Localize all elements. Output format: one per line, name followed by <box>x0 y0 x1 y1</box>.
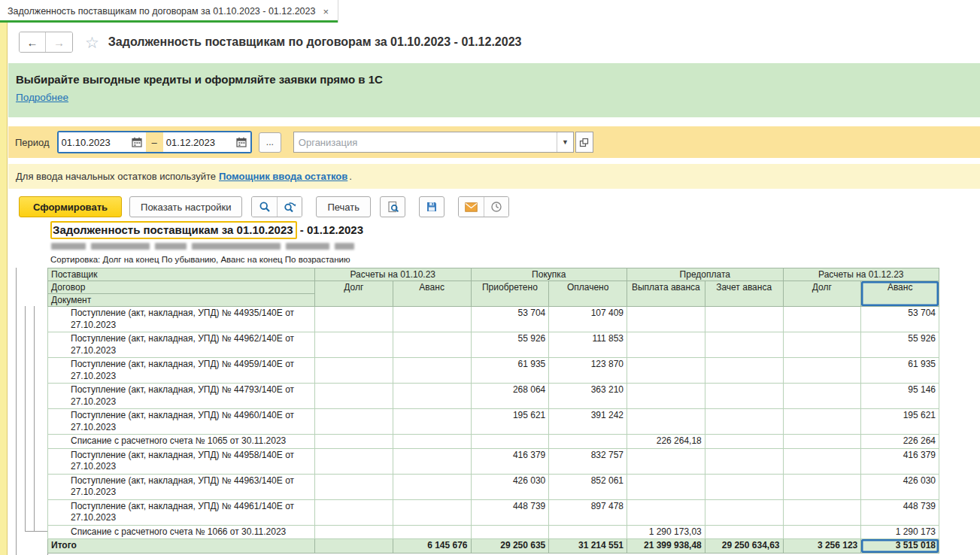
document-cell[interactable]: Поступление (акт, накладная, УПД) № 4496… <box>48 409 315 435</box>
value-cell[interactable] <box>705 358 783 384</box>
value-cell[interactable] <box>705 384 783 409</box>
value-cell[interactable]: 416 379 <box>471 448 549 474</box>
chevron-down-icon[interactable]: ▼ <box>557 132 573 152</box>
show-settings-button[interactable]: Показать настройки <box>129 196 242 217</box>
value-cell[interactable] <box>315 384 393 409</box>
value-cell[interactable] <box>627 358 705 384</box>
value-cell[interactable]: 195 621 <box>471 409 549 435</box>
promo-more-link[interactable]: Подробнее <box>16 92 68 103</box>
value-cell[interactable]: 448 739 <box>471 499 549 525</box>
header-advance-end-selected[interactable]: Аванс <box>861 281 939 307</box>
value-cell[interactable] <box>783 384 861 409</box>
value-cell[interactable] <box>315 358 393 384</box>
value-cell[interactable] <box>627 474 705 499</box>
document-cell[interactable]: Поступление (акт, накладная, УПД) № 4495… <box>48 358 315 384</box>
organization-input[interactable] <box>294 133 557 151</box>
search-icon[interactable] <box>252 197 277 217</box>
header-acquired[interactable]: Приобретено <box>471 281 549 307</box>
value-cell[interactable]: 391 242 <box>549 409 627 435</box>
value-cell[interactable] <box>705 332 783 358</box>
document-cell[interactable]: Поступление (акт, накладная, УПД) № 4495… <box>48 448 315 474</box>
value-cell[interactable] <box>783 332 861 358</box>
document-cell[interactable]: Списание с расчетного счета № 1066 от 30… <box>48 525 315 539</box>
search-continue-icon[interactable] <box>277 197 302 217</box>
generate-button[interactable]: Сформировать <box>19 196 122 217</box>
value-cell[interactable]: 53 704 <box>471 307 549 332</box>
total-value-cell[interactable] <box>315 539 393 553</box>
value-cell[interactable]: 123 870 <box>549 358 627 384</box>
header-supplier[interactable]: Поставщик <box>48 268 315 281</box>
tab-close-icon[interactable]: × <box>323 7 329 17</box>
value-cell[interactable] <box>783 409 861 435</box>
header-paid[interactable]: Оплачено <box>549 281 627 307</box>
value-cell[interactable]: 111 853 <box>549 332 627 358</box>
header-group-opening[interactable]: Расчеты на 01.10.23 <box>315 268 472 281</box>
value-cell[interactable]: 268 064 <box>471 384 549 409</box>
value-cell[interactable] <box>393 525 471 539</box>
value-cell[interactable] <box>393 384 471 409</box>
value-cell[interactable] <box>783 307 861 332</box>
value-cell[interactable] <box>783 499 861 525</box>
print-preview-icon[interactable] <box>380 196 405 217</box>
value-cell[interactable] <box>627 448 705 474</box>
value-cell[interactable]: 55 926 <box>471 332 549 358</box>
value-cell[interactable]: 426 030 <box>861 474 939 499</box>
calendar-icon[interactable] <box>128 132 146 152</box>
value-cell[interactable] <box>315 307 393 332</box>
value-cell[interactable]: 1 290 173,03 <box>627 525 705 539</box>
date-from-input[interactable] <box>59 133 128 151</box>
document-cell[interactable]: Списание с расчетного счета № 1065 от 30… <box>48 435 315 449</box>
report-filter-line-redacted[interactable] <box>51 241 980 250</box>
mail-icon[interactable] <box>459 197 484 217</box>
document-cell[interactable]: Поступление (акт, накладная, УПД) № 4496… <box>48 474 315 499</box>
value-cell[interactable]: 448 739 <box>861 499 939 525</box>
value-cell[interactable] <box>471 435 549 449</box>
date-to-input[interactable] <box>163 133 232 151</box>
value-cell[interactable]: 53 704 <box>861 307 939 332</box>
total-value-cell[interactable]: 3 256 123 <box>783 539 861 553</box>
value-cell[interactable] <box>471 525 549 539</box>
header-group-closing[interactable]: Расчеты на 01.12.23 <box>783 268 939 281</box>
value-cell[interactable] <box>393 307 471 332</box>
value-cell[interactable] <box>315 525 393 539</box>
value-cell[interactable] <box>705 525 783 539</box>
total-label[interactable]: Итого <box>48 539 315 553</box>
total-value-cell[interactable]: 29 250 635 <box>471 539 549 553</box>
value-cell[interactable] <box>393 474 471 499</box>
value-cell[interactable] <box>549 435 627 449</box>
value-cell[interactable]: 897 478 <box>549 499 627 525</box>
value-cell[interactable]: 363 210 <box>549 384 627 409</box>
value-cell[interactable] <box>705 409 783 435</box>
header-advance-start[interactable]: Аванс <box>393 281 471 307</box>
value-cell[interactable]: 226 264,18 <box>627 435 705 449</box>
value-cell[interactable] <box>705 499 783 525</box>
value-cell[interactable]: 95 146 <box>861 384 939 409</box>
document-cell[interactable]: Поступление (акт, накладная, УПД) № 4496… <box>48 332 315 358</box>
value-cell[interactable] <box>705 474 783 499</box>
report-sort-line[interactable]: Сортировка: Долг на конец По убыванию, А… <box>50 255 980 264</box>
value-cell[interactable] <box>549 525 627 539</box>
value-cell[interactable] <box>393 435 471 449</box>
value-cell[interactable] <box>315 409 393 435</box>
value-cell[interactable] <box>783 525 861 539</box>
value-cell[interactable]: 107 409 <box>549 307 627 332</box>
open-organization-icon[interactable] <box>575 132 593 153</box>
group-bracket-line[interactable] <box>34 306 35 531</box>
value-cell[interactable] <box>315 435 393 449</box>
report-title-selected-cell[interactable]: Задолженность поставщикам за 01.10.2023 <box>50 221 297 239</box>
value-cell[interactable] <box>705 435 783 449</box>
value-cell[interactable] <box>627 409 705 435</box>
value-cell[interactable] <box>627 332 705 358</box>
print-button[interactable]: Печать <box>316 196 371 217</box>
value-cell[interactable] <box>315 448 393 474</box>
value-cell[interactable]: 195 621 <box>861 409 939 435</box>
value-cell[interactable] <box>783 435 861 449</box>
document-cell[interactable]: Поступление (акт, накладная, УПД) № 4496… <box>48 499 315 525</box>
header-document[interactable]: Документ <box>48 294 315 307</box>
total-value-cell[interactable]: 6 145 676 <box>393 539 471 553</box>
value-cell[interactable] <box>627 384 705 409</box>
value-cell[interactable]: 55 926 <box>861 332 939 358</box>
history-clock-icon[interactable] <box>484 197 508 217</box>
header-advance-paid[interactable]: Выплата аванса <box>627 281 705 307</box>
total-value-cell[interactable]: 31 214 551 <box>549 539 627 553</box>
